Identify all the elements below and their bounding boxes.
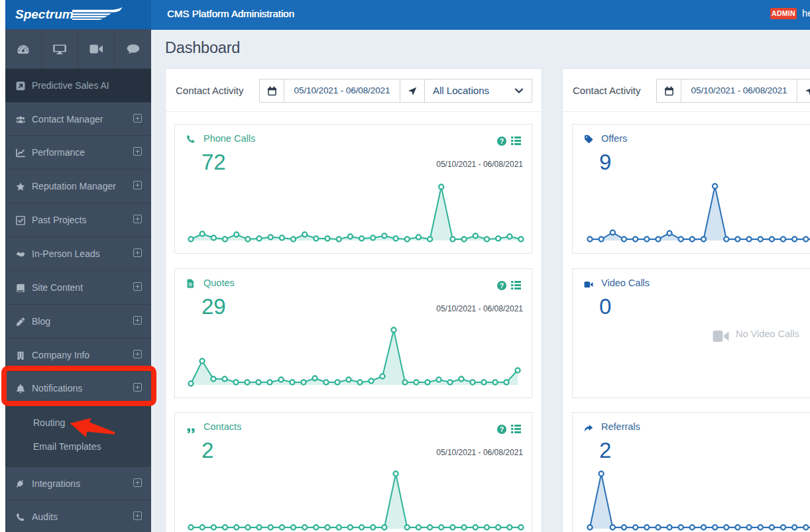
svg-text:Spectrum: Spectrum — [15, 7, 74, 21]
